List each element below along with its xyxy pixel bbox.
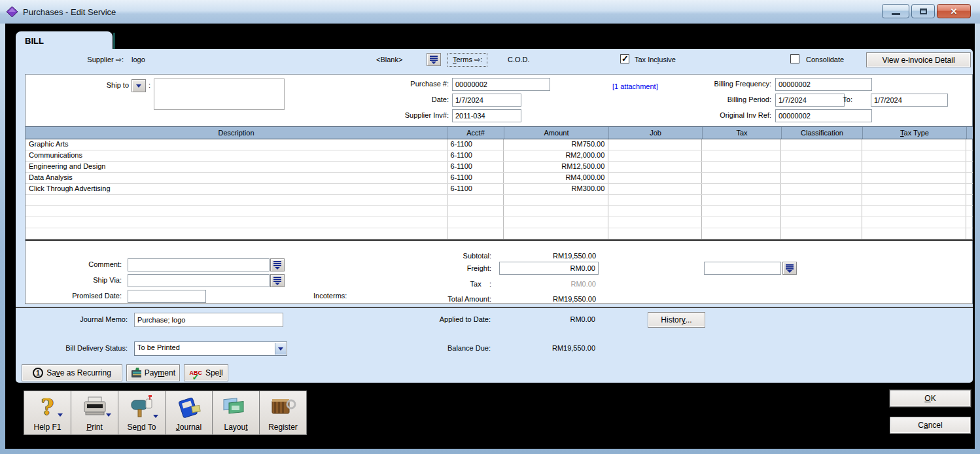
cell-tax-type[interactable] xyxy=(862,184,966,194)
cell-amount[interactable]: RM2,000.00 xyxy=(504,150,608,161)
print-button[interactable]: Print xyxy=(71,391,118,435)
cell-classification[interactable] xyxy=(781,162,862,172)
form-panel: Ship to : Purchase #: Date: Supplier Inv… xyxy=(25,74,973,304)
category-dropdown-list-icon[interactable] xyxy=(782,262,797,275)
chevron-down-icon xyxy=(278,347,283,351)
help-question-icon: ? xyxy=(41,394,54,420)
date-input[interactable] xyxy=(452,94,521,107)
billing-period-to-input[interactable] xyxy=(871,94,948,107)
billing-frequency-input[interactable] xyxy=(775,78,872,91)
cell-job[interactable] xyxy=(608,150,702,161)
original-inv-ref-input[interactable] xyxy=(775,109,872,122)
combo-arrow-button[interactable] xyxy=(275,343,286,355)
cell-amount[interactable]: RM12,500.00 xyxy=(504,162,608,172)
cell-classification[interactable] xyxy=(781,139,862,150)
ok-button[interactable]: OK xyxy=(890,390,971,407)
title-bar[interactable]: Purchases - Edit Service ✕ xyxy=(0,0,980,24)
cell-job[interactable] xyxy=(608,162,702,172)
col-classification[interactable]: Classification xyxy=(782,127,863,139)
freight-input[interactable] xyxy=(499,262,599,275)
history-button[interactable]: History... xyxy=(648,312,705,328)
cell-amount[interactable]: RM4,000.00 xyxy=(504,173,608,183)
cell-description[interactable]: Click Through Advertising xyxy=(26,184,447,194)
col-acct[interactable]: Acct# xyxy=(447,127,504,139)
register-icon xyxy=(270,395,297,419)
send-to-button[interactable]: Send To xyxy=(118,391,166,435)
cell-tax[interactable] xyxy=(702,139,781,150)
cell-classification[interactable] xyxy=(781,150,862,161)
save-as-recurring-button[interactable]: 1 Save as Recurring xyxy=(22,364,122,381)
table-header-row: Description Acct# Amount Job Tax Classif… xyxy=(26,126,973,139)
tax-inclusive-checkbox[interactable] xyxy=(620,54,629,63)
save-as-recurring-label: Save as Recurring xyxy=(46,368,111,377)
layout-button[interactable]: Layout xyxy=(212,391,260,435)
cell-tax-type[interactable] xyxy=(862,162,966,172)
spell-button[interactable]: ABC✓ Spell xyxy=(184,364,228,381)
terms-button[interactable]: Terms ⇨: xyxy=(447,53,487,67)
comment-input[interactable] xyxy=(128,258,270,271)
table-row: Engineering and Design 6-1100 RM12,500.0… xyxy=(26,162,973,173)
register-button[interactable]: Register xyxy=(259,391,307,435)
ship-via-dropdown-list-icon[interactable] xyxy=(270,274,285,287)
promised-date-label: Promised Date: xyxy=(52,292,122,300)
tab-bill[interactable]: BILL xyxy=(16,31,113,50)
consolidate-checkbox[interactable] xyxy=(790,54,799,63)
comment-dropdown-list-icon[interactable] xyxy=(270,258,285,271)
cell-classification[interactable] xyxy=(781,184,862,194)
cell-acct[interactable]: 6-1100 xyxy=(447,139,504,150)
cell-acct[interactable]: 6-1100 xyxy=(447,150,504,161)
ship-via-input[interactable] xyxy=(128,274,270,287)
supplier-inv-label: Supplier Inv#: xyxy=(366,111,449,119)
cell-description[interactable]: Communications xyxy=(26,150,447,161)
cell-job[interactable] xyxy=(608,139,702,150)
cell-tax[interactable] xyxy=(702,184,781,194)
cancel-button[interactable]: Cancel xyxy=(890,417,971,434)
cell-classification[interactable] xyxy=(781,173,862,183)
col-tax[interactable]: Tax xyxy=(703,127,782,139)
ship-to-address-box[interactable] xyxy=(154,79,285,110)
maximize-button[interactable] xyxy=(911,4,935,18)
cell-job[interactable] xyxy=(608,173,702,183)
minimize-button[interactable] xyxy=(882,4,909,18)
section-divider xyxy=(16,307,973,308)
view-einvoice-detail-button[interactable]: View e-invoice Detail xyxy=(866,52,971,67)
billing-period-from-input[interactable] xyxy=(775,94,845,107)
cell-amount[interactable]: RM750.00 xyxy=(504,139,608,150)
cell-tax[interactable] xyxy=(702,162,781,172)
cell-acct[interactable]: 6-1100 xyxy=(447,173,504,183)
cell-tax-type[interactable] xyxy=(862,150,966,161)
help-button[interactable]: ? Help F1 xyxy=(24,391,71,435)
bill-delivery-status-combo[interactable]: To be Printed xyxy=(134,341,287,356)
cell-acct[interactable]: 6-1100 xyxy=(447,162,504,172)
payment-button[interactable]: Payment xyxy=(126,364,180,381)
cell-amount[interactable]: RM300.00 xyxy=(504,184,608,194)
cell-description[interactable]: Data Analysis xyxy=(26,173,447,183)
applied-to-date-label: Applied to Date: xyxy=(408,315,491,323)
dropdown-list-icon[interactable] xyxy=(427,53,441,66)
col-description[interactable]: Description xyxy=(26,127,447,139)
close-button[interactable]: ✕ xyxy=(937,4,971,18)
journal-memo-input[interactable] xyxy=(134,313,283,327)
supplier-value[interactable]: logo xyxy=(131,56,145,63)
cell-tax[interactable] xyxy=(702,173,781,183)
spell-check-icon: ABC✓ xyxy=(189,370,202,376)
cell-tax[interactable] xyxy=(702,150,781,161)
col-amount[interactable]: Amount xyxy=(504,127,609,139)
col-tax-type[interactable]: Tax Type xyxy=(863,127,967,139)
promised-date-input[interactable] xyxy=(128,290,206,303)
cell-job[interactable] xyxy=(608,184,702,194)
purchase-no-input[interactable] xyxy=(452,78,550,91)
cell-description[interactable]: Graphic Arts xyxy=(26,139,447,150)
category-input[interactable] xyxy=(704,262,781,275)
table-row-empty xyxy=(26,228,973,239)
journal-button[interactable]: Journal xyxy=(165,391,213,435)
cell-tax-type[interactable] xyxy=(862,139,966,150)
cell-acct[interactable]: 6-1100 xyxy=(447,184,504,194)
cell-tax-type[interactable] xyxy=(862,173,966,183)
ship-to-dropdown-button[interactable] xyxy=(131,79,146,92)
col-job[interactable]: Job xyxy=(609,127,703,139)
supplier-inv-input[interactable] xyxy=(452,109,521,122)
blank-field[interactable]: <Blank> xyxy=(376,56,402,63)
attachment-link[interactable]: [1 attachment] xyxy=(612,82,658,90)
cell-description[interactable]: Engineering and Design xyxy=(26,162,447,172)
